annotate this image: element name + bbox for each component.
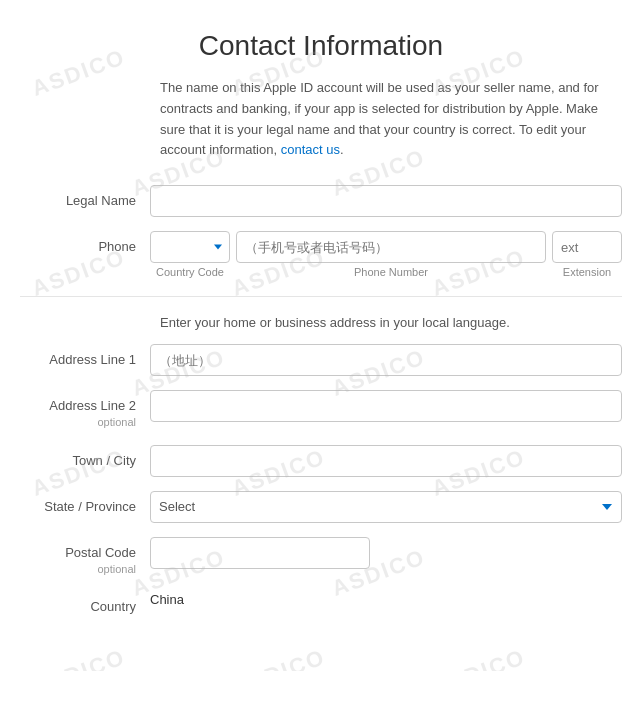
address-line2-field [150,390,622,422]
country-label: Country [20,591,150,616]
legal-name-input[interactable] [150,185,622,217]
legal-name-label: Legal Name [20,185,150,210]
legal-name-field [150,185,622,217]
town-city-input[interactable] [150,445,622,477]
ext-field [552,231,622,263]
country-code-label: Country Code [150,266,230,278]
phone-row: Phone +86 +1 +44 Co [20,231,622,278]
country-field: China [150,591,622,607]
phone-field: +86 +1 +44 Country Code Phone Number Ext… [150,231,622,278]
postal-code-label: Postal Code optional [20,537,150,578]
address-line1-input[interactable] [150,344,622,376]
country-code-select[interactable]: +86 +1 +44 [150,231,230,263]
extension-label: Extension [552,266,622,278]
address-line1-field [150,344,622,376]
state-province-field: Select Beijing Shanghai Guangdong Zhejia… [150,491,622,523]
address-line2-row: Address Line 2 optional [20,390,622,431]
address-hint: Enter your home or business address in y… [160,315,622,330]
phone-number-input[interactable] [236,231,546,263]
state-province-label: State / Province [20,491,150,516]
town-city-label: Town / City [20,445,150,470]
town-city-field [150,445,622,477]
address-line1-label: Address Line 1 [20,344,150,369]
country-row: Country China [20,591,622,616]
postal-code-row: Postal Code optional [20,537,622,578]
postal-code-input[interactable] [150,537,370,569]
contact-us-link[interactable]: contact us [281,142,340,157]
country-code-wrapper: +86 +1 +44 [150,231,230,263]
page-description: The name on this Apple ID account will b… [160,78,622,161]
section-divider [20,296,622,297]
phone-number-label: Phone Number [236,266,546,278]
phone-number-field [236,231,546,263]
address-line2-input[interactable] [150,390,622,422]
ext-input[interactable] [552,231,622,263]
state-province-select[interactable]: Select Beijing Shanghai Guangdong Zhejia… [150,491,622,523]
legal-name-row: Legal Name [20,185,622,217]
phone-label: Phone [20,231,150,256]
address-line2-label: Address Line 2 optional [20,390,150,431]
state-province-row: State / Province Select Beijing Shanghai… [20,491,622,523]
address-line1-row: Address Line 1 [20,344,622,376]
postal-code-field [150,537,622,569]
page-title: Contact Information [20,30,622,62]
country-value: China [150,585,184,607]
town-city-row: Town / City [20,445,622,477]
state-select-wrapper: Select Beijing Shanghai Guangdong Zhejia… [150,491,622,523]
